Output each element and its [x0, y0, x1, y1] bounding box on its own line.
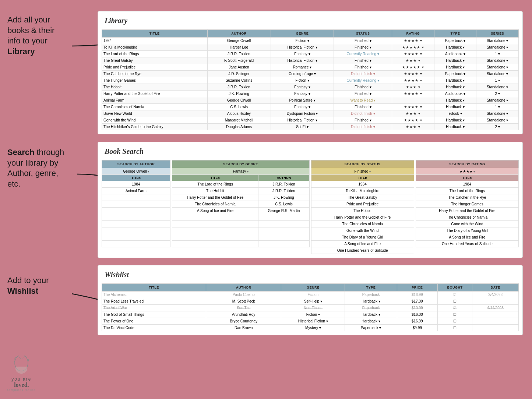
library-cell[interactable]: 2 ▾ — [476, 91, 519, 97]
library-cell[interactable]: Hardback ▾ — [434, 84, 476, 91]
logo-tagline: templates for life — [7, 388, 36, 392]
library-cell[interactable]: Paperback ▾ — [434, 38, 476, 44]
library-cell: Pride and Prejudice — [102, 64, 208, 71]
library-cell[interactable]: ★★★★★ ▾ — [392, 44, 434, 51]
logo-text: you are loved. templates for life — [7, 356, 36, 392]
library-bold: Library — [7, 47, 35, 56]
library-cell[interactable]: Hardback ▾ — [434, 77, 476, 84]
library-cell: J.R.R. Tolkien — [207, 84, 271, 91]
library-cell[interactable]: ★★★ ▾ — [392, 84, 434, 91]
wishlist-section: Wishlist TITLE AUTHOR GENRE TYPE PRICE B… — [98, 265, 523, 335]
genre-author-col: AUTHOR — [258, 175, 309, 181]
library-cell[interactable]: Finished ▾ — [334, 57, 392, 64]
library-cell[interactable]: Finished ▾ — [334, 104, 392, 110]
library-cell[interactable]: ★★★ ▾ — [392, 124, 434, 130]
library-cell[interactable]: Standalone ▾ — [476, 57, 519, 64]
library-cell[interactable]: Hardback ▾ — [434, 104, 476, 110]
library-cell[interactable]: Currently Reading ▾ — [334, 77, 392, 84]
wishlist-cell[interactable]: ☐ — [437, 325, 472, 331]
library-cell[interactable]: Did not finish ▾ — [334, 124, 392, 130]
library-cell[interactable]: Standalone ▾ — [476, 44, 519, 51]
library-cell[interactable]: Did not finish ▾ — [334, 71, 392, 77]
library-cell[interactable]: Hardback ▾ — [434, 57, 476, 64]
library-cell[interactable]: 1 ▾ — [476, 104, 519, 110]
library-row: 1984George OrwellFiction ▾Finished ▾★★★★… — [102, 38, 519, 44]
library-cell[interactable]: ★★★★ ▾ — [392, 51, 434, 57]
library-cell[interactable]: ★★★★ ▾ — [392, 38, 434, 44]
library-cell: Historical Fiction ▾ — [271, 44, 334, 51]
wishlist-cell: M. Scott Peck — [206, 298, 281, 305]
wishlist-cell: Sun Tzu — [206, 305, 281, 311]
library-cell[interactable]: Standalone ▾ — [476, 38, 519, 44]
library-cell[interactable]: ★★★★ ▾ — [392, 104, 434, 110]
library-cell[interactable]: Audiobook ▾ — [434, 51, 476, 57]
library-cell[interactable]: ★★★ ▾ — [392, 110, 434, 117]
wl-col-type: TYPE — [345, 284, 397, 292]
library-cell[interactable]: 2 ▾ — [476, 124, 519, 130]
search-tables-container: SEARCH BY AUTHOR George Orwell TITLE 198… — [102, 160, 519, 254]
library-cell[interactable]: Standalone ▾ — [476, 117, 519, 124]
library-cell[interactable] — [392, 97, 434, 104]
library-cell: Romance ▾ — [271, 64, 334, 71]
library-cell[interactable]: Hardback ▾ — [434, 124, 476, 130]
library-cell[interactable]: Audiobook ▾ — [434, 91, 476, 97]
library-cell[interactable]: Hardback ▾ — [434, 64, 476, 71]
wishlist-row: The God of Small ThingsArundhati RoyFict… — [102, 311, 519, 318]
library-cell: J.D. Salinger — [207, 71, 271, 77]
library-cell[interactable]: Paperback ▾ — [434, 71, 476, 77]
library-cell[interactable]: ★★★★ ▾ — [392, 71, 434, 77]
rating-input[interactable]: ★★★★ — [416, 168, 518, 175]
library-cell[interactable]: Finished ▾ — [334, 84, 392, 91]
library-cell[interactable]: Hardback ▾ — [434, 97, 476, 104]
col-status: STATUS — [334, 30, 392, 38]
library-cell[interactable]: Standalone ▾ — [476, 97, 519, 104]
library-cell[interactable]: Want to Read ▾ — [334, 97, 392, 104]
wl-col-price: PRICE — [397, 284, 437, 292]
wishlist-cell: Arundhati Roy — [206, 311, 281, 318]
wishlist-cell[interactable]: ☑ — [437, 305, 472, 311]
library-cell[interactable]: ★★★★ ▾ — [392, 91, 434, 97]
library-cell[interactable]: Standalone ▾ — [476, 84, 519, 91]
library-cell: Douglas Adams — [207, 124, 271, 130]
library-cell[interactable]: Finished ▾ — [334, 44, 392, 51]
author-input[interactable]: George Orwell — [102, 168, 170, 175]
author-results-header: TITLE — [102, 175, 170, 181]
genre-input[interactable]: Fantasy — [172, 168, 309, 175]
library-cell[interactable]: Finished ▾ — [334, 64, 392, 71]
library-cell: George Orwell — [207, 38, 271, 44]
wishlist-cell: Historical Fiction ▾ — [281, 318, 345, 325]
library-cell: Fantasy ▾ — [271, 51, 334, 57]
library-cell[interactable]: 1 ▾ — [476, 51, 519, 57]
library-cell: Sci-Fi ▾ — [271, 124, 334, 130]
wishlist-cell: 2/4/2023 — [472, 292, 519, 298]
wishlist-cell[interactable]: ☐ — [437, 311, 472, 318]
status-input[interactable]: Finished — [311, 168, 414, 175]
library-cell[interactable]: ★★★★ ▾ — [392, 77, 434, 84]
library-cell[interactable]: Hardback ▾ — [434, 44, 476, 51]
library-cell[interactable]: ★★★★★ ▾ — [392, 64, 434, 71]
wishlist-cell: $17.00 — [397, 298, 437, 305]
library-cell[interactable]: Finished ▾ — [334, 38, 392, 44]
library-cell: Fiction ▾ — [271, 77, 334, 84]
library-cell[interactable]: 1 ▾ — [476, 77, 519, 84]
library-cell[interactable]: eBook ▾ — [434, 110, 476, 117]
search-status-table: SEARCH BY STATUS Finished TITLE 1984 To … — [311, 160, 414, 254]
wishlist-cell[interactable]: ☑ — [437, 292, 472, 298]
wishlist-bold: Wishlist — [7, 286, 38, 296]
library-row: The Hunger GamesSuzanne CollinsFiction ▾… — [102, 77, 519, 84]
search-by-author-col: SEARCH BY AUTHOR George Orwell TITLE 198… — [102, 160, 170, 254]
library-cell[interactable]: Standalone ▾ — [476, 110, 519, 117]
library-cell[interactable]: Hardback ▾ — [434, 117, 476, 124]
wishlist-cell[interactable]: ☐ — [437, 298, 472, 305]
library-cell[interactable]: ★★★★ ▾ — [392, 117, 434, 124]
library-cell[interactable]: Finished ▾ — [334, 91, 392, 97]
wishlist-cell — [472, 325, 519, 331]
library-cell[interactable]: Finished ▾ — [334, 117, 392, 124]
library-cell[interactable]: Did not finish ▾ — [334, 110, 392, 117]
library-cell[interactable]: Currently Reading ▾ — [334, 51, 392, 57]
wishlist-cell[interactable]: ☐ — [437, 318, 472, 325]
library-cell[interactable]: ★★★ ▾ — [392, 57, 434, 64]
library-cell[interactable]: Standalone ▾ — [476, 64, 519, 71]
wishlist-cell — [472, 318, 519, 325]
library-cell[interactable]: Standalone ▾ — [476, 71, 519, 77]
